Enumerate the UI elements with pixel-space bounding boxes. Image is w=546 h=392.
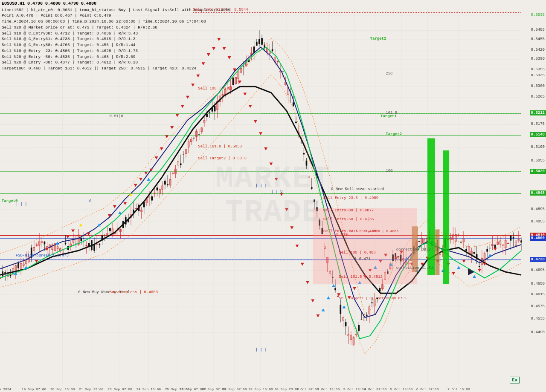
price-chart bbox=[0, 0, 546, 392]
corner-badge: Ea bbox=[510, 377, 520, 383]
chart-container: MARKETTRADE EOSUSD.H1 0.4790 0.4800 0.47… bbox=[0, 0, 546, 392]
